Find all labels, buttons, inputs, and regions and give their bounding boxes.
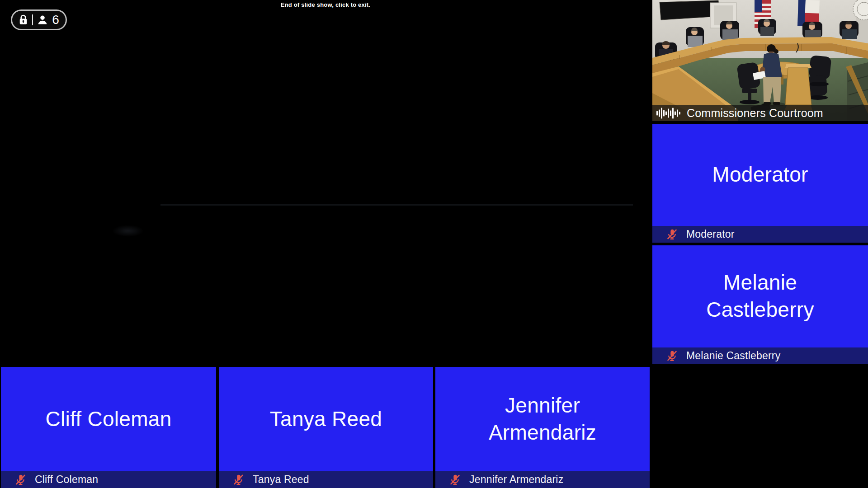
tile-body: Tanya Reed bbox=[219, 367, 433, 471]
audio-level-icon bbox=[656, 107, 681, 119]
participant-display-name: Melanie Castleberry bbox=[652, 269, 868, 324]
participant-tile-melanie-castleberry[interactable]: Melanie Castleberry Melanie Castleberry bbox=[652, 245, 868, 364]
participant-count: 6 bbox=[52, 14, 59, 26]
nameplate: Cliff Coleman bbox=[1, 471, 216, 488]
video-tile-commissioners-courtroom[interactable]: Commissioners Courtroom bbox=[652, 0, 868, 121]
courtroom-video-feed bbox=[652, 0, 868, 121]
person-icon bbox=[37, 14, 48, 25]
participant-tile-cliff-coleman[interactable]: Cliff Coleman Cliff Coleman bbox=[1, 367, 216, 488]
participant-tile-moderator[interactable]: Moderator Moderator bbox=[652, 124, 868, 243]
mic-muted-icon bbox=[449, 474, 461, 486]
participant-display-name: Jennifer Armendariz bbox=[435, 392, 650, 446]
participant-tile-jennifer-armendariz[interactable]: Jennifer Armendariz Jennifer Armendariz bbox=[435, 367, 650, 488]
end-of-slideshow-message: End of slide show, click to exit. bbox=[0, 1, 651, 8]
mic-muted-icon bbox=[14, 474, 27, 486]
nameplate: Melanie Castleberry bbox=[652, 347, 868, 364]
participant-tile-tanya-reed[interactable]: Tanya Reed Tanya Reed bbox=[219, 367, 433, 488]
nameplate: Tanya Reed bbox=[219, 471, 433, 488]
tile-body: Melanie Castleberry bbox=[652, 245, 868, 347]
slide-remnant-line bbox=[160, 204, 633, 206]
nameplate-label: Cliff Coleman bbox=[35, 474, 98, 486]
nameplate-label: Tanya Reed bbox=[253, 474, 309, 486]
participant-display-name: Moderator bbox=[690, 161, 830, 188]
nameplate-label: Jennifer Armendariz bbox=[469, 474, 563, 486]
slide-remnant-smudge bbox=[112, 225, 144, 237]
nameplate-label: Melanie Castleberry bbox=[686, 350, 780, 362]
mic-muted-icon bbox=[666, 228, 678, 240]
video-label-bar: Commissioners Courtroom bbox=[652, 105, 868, 121]
nameplate: Jennifer Armendariz bbox=[435, 471, 650, 488]
mic-muted-icon bbox=[232, 474, 245, 486]
tile-body: Cliff Coleman bbox=[1, 367, 216, 471]
tile-body: Moderator bbox=[652, 124, 868, 226]
tile-body: Jennifer Armendariz bbox=[435, 367, 650, 471]
meeting-lock-participants-badge[interactable]: 6 bbox=[11, 9, 67, 30]
participant-display-name: Tanya Reed bbox=[248, 406, 404, 433]
mic-muted-icon bbox=[666, 350, 678, 362]
nameplate-label: Moderator bbox=[686, 228, 735, 240]
nameplate: Moderator bbox=[652, 226, 868, 243]
badge-divider bbox=[32, 14, 33, 25]
video-label: Commissioners Courtroom bbox=[687, 107, 823, 120]
meeting-root: { "status_badge": { "participant_count":… bbox=[0, 0, 868, 488]
participant-display-name: Cliff Coleman bbox=[24, 406, 193, 433]
lock-icon bbox=[19, 14, 28, 26]
